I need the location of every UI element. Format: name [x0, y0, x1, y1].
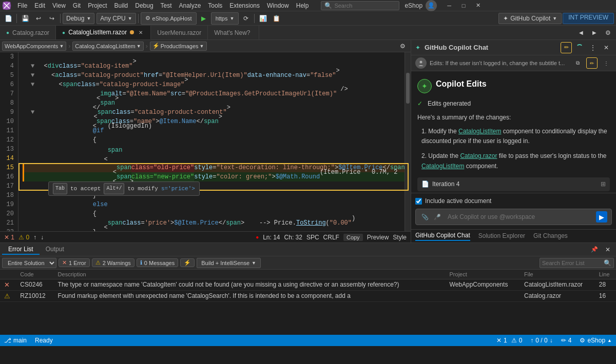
error-scope-dropdown[interactable]: Entire Solution [2, 258, 56, 268]
menu-file[interactable]: File [14, 1, 30, 10]
scrollbar-thumb[interactable] [406, 73, 410, 104]
toolbar-misc2-btn[interactable]: 📋 [270, 12, 282, 25]
tab-whatsnew[interactable]: What's New? [208, 26, 259, 39]
error-row-1[interactable]: ✕ CS0246 The type or namespace name 'Cat… [0, 279, 616, 291]
tab-scroll-right[interactable]: ▶ [588, 27, 601, 39]
toolbar-misc1-btn[interactable]: 📊 [257, 12, 269, 25]
menu-help[interactable]: Help [293, 1, 312, 10]
editor-toolbar-settings[interactable]: ⚙ [396, 40, 409, 52]
menu-debug[interactable]: Debug [132, 1, 156, 10]
error-indicator[interactable]: ✕ 1 [4, 234, 14, 241]
gh-copilot-button[interactable]: ✦ GitHub Copilot ▼ [498, 13, 562, 24]
warning-indicator[interactable]: ⚠ 0 [18, 234, 29, 241]
error-search[interactable]: 🔍 [540, 258, 614, 268]
tab-scroll-left[interactable]: ◀ [575, 27, 587, 39]
menu-analyze[interactable]: Analyze [176, 1, 204, 10]
status-errors-section[interactable]: ✕ 1 ⚠ 0 [496, 337, 522, 344]
copilot-send-button[interactable]: ▶ [596, 211, 607, 223]
menu-test[interactable]: Test [158, 1, 175, 10]
breadcrumb-component[interactable]: WebAppComponents ▼ [2, 42, 66, 51]
tab-usermenu[interactable]: UserMenu.razor [151, 26, 208, 39]
nav-down-btn[interactable]: ↓ [41, 234, 44, 241]
toolbar-redo-btn[interactable]: ↪ [46, 12, 58, 25]
include-doc-checkbox[interactable] [415, 198, 422, 205]
copilot-menu-btn[interactable]: ⋮ [587, 42, 599, 53]
menu-build[interactable]: Build [111, 1, 131, 10]
cpu-dropdown[interactable]: Any CPU ▼ [97, 13, 136, 24]
pin-panel-btn[interactable]: 📌 [588, 244, 601, 256]
style-indicator[interactable]: Style [393, 234, 407, 241]
toolbar-undo-btn[interactable]: ↩ [32, 12, 45, 25]
menu-search[interactable]: 🔍 [321, 1, 399, 10]
toolbar-new-btn[interactable]: 📄 [2, 12, 14, 25]
copilot-panel-tabs: GitHub Copilot Chat Solution Explorer Gi… [411, 229, 616, 242]
message-count-badge[interactable]: ℹ 0 Messages [137, 258, 178, 267]
menu-search-input[interactable] [334, 3, 396, 9]
minimize-button[interactable]: ─ [442, 0, 456, 11]
menu-git[interactable]: Git [70, 1, 84, 10]
maximize-button[interactable]: □ [456, 0, 471, 11]
copilot-edit-message-btn[interactable]: ✏ [586, 57, 598, 69]
output-tab[interactable]: Output [40, 245, 70, 255]
edits-section[interactable]: ✏ 4 [561, 337, 572, 344]
copilot-chat-tab[interactable]: GitHub Copilot Chat [415, 232, 470, 241]
code-text-area[interactable]: Tab to accept Alt+/ to modify s='price'>… [18, 52, 411, 231]
project-section[interactable]: ⚙ eShop ▲ [580, 337, 612, 344]
intellisense-icon-btn[interactable]: ⚡ [180, 258, 195, 267]
run-btn[interactable]: ▶ [198, 12, 210, 25]
copilot-link-catalog[interactable]: Catalog.razor [460, 152, 497, 159]
menu-view[interactable]: View [49, 1, 69, 10]
error1-code-cell: CS0246 [16, 279, 53, 291]
error2-project-cell [446, 291, 520, 302]
menu-window[interactable]: Window [264, 1, 292, 10]
message-menu-btn[interactable]: ⋮ [601, 57, 612, 69]
mic-icon[interactable]: 🎤 [432, 212, 442, 222]
copilot-iteration-row[interactable]: 📄 Iteration 4 ⊞ [417, 177, 610, 191]
editor-scrollbar[interactable] [405, 52, 411, 231]
solution-explorer-tab[interactable]: Solution Explorer [478, 232, 525, 240]
tab-close-icon[interactable]: ✕ [137, 29, 144, 36]
copy-button[interactable]: Copy [343, 234, 363, 241]
editor-code-area[interactable]: 3 4 5 6 7 8 9 10 11 12 13 14 15 16 17 18… [0, 52, 411, 231]
run-url-btn[interactable]: https ▼ [211, 12, 239, 25]
copilot-link-cataloglistitem[interactable]: CatalogListItem [458, 128, 501, 135]
git-changes-tab[interactable]: Git Changes [533, 232, 568, 240]
nav-up-btn[interactable]: ↑ [33, 234, 36, 241]
tab-catalog-razor[interactable]: ● Catalog.razor [0, 26, 56, 39]
toolbar-save-btn[interactable]: 💾 [19, 12, 31, 25]
error-count-badge[interactable]: ✕ 1 Error [59, 258, 90, 267]
copilot-content-area[interactable]: ✦ Copilot Edits ✓ Edits generated Here's… [411, 71, 616, 193]
build-mode-dropdown[interactable]: Build + IntelliSense ▼ [197, 258, 261, 268]
copilot-link-cataloglistitem2[interactable]: CatalogListItem [421, 163, 464, 170]
menu-project[interactable]: Project [85, 1, 110, 10]
code-line-21: } [23, 228, 411, 231]
tab-catalog-listitem[interactable]: ● CatalogListItem.razor ✕ [56, 26, 151, 39]
menu-extensions[interactable]: Extensions [226, 1, 263, 10]
debug-config-dropdown[interactable]: Debug ▼ [63, 13, 94, 24]
close-button[interactable]: ✕ [471, 0, 485, 11]
app-host-btn[interactable]: ⚙ eShop.AppHost [141, 12, 197, 25]
int-preview-button[interactable]: INT PREVIEW [563, 13, 614, 24]
error-row-2[interactable]: ⚠ RZ10012 Found markup element with unex… [0, 291, 616, 302]
tab-settings[interactable]: ⚙ [602, 27, 614, 39]
menu-edit[interactable]: Edit [31, 1, 48, 10]
copy-message-btn[interactable]: ⧉ [572, 57, 583, 69]
preview-indicator[interactable]: Preview [367, 234, 389, 241]
copilot-input[interactable] [448, 213, 593, 220]
copilot-edit-toggle-btn[interactable]: ✏ [561, 42, 572, 53]
menu-tools[interactable]: Tools [205, 1, 225, 10]
bottom-panel-tabs: Error List Output 📌 ✕ [0, 243, 616, 256]
close-panel-btn[interactable]: ✕ [602, 244, 614, 256]
toolbar-refresh-btn[interactable]: ⟳ [240, 12, 252, 25]
breadcrumb-class[interactable]: Catalog.CatalogListItem ▼ [72, 42, 143, 51]
project-icon: ⚙ [580, 337, 585, 344]
copilot-refresh-btn[interactable] [574, 42, 585, 53]
user-avatar[interactable]: 👤 [426, 0, 437, 11]
error-list-tab[interactable]: Error List [2, 245, 40, 255]
warning-count-badge[interactable]: ⚠ 2 Warnings [92, 258, 134, 267]
git-branch-section[interactable]: ⎇ main [4, 337, 27, 344]
breadcrumb-member[interactable]: ⚡ ProductImages ▼ [150, 42, 207, 51]
copilot-close-btn[interactable]: ✕ [601, 42, 612, 53]
error-search-input[interactable] [542, 260, 604, 266]
attach-icon[interactable]: 📎 [420, 212, 430, 222]
